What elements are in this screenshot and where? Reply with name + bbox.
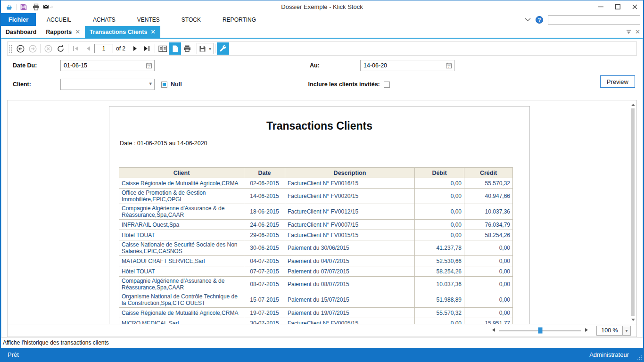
next-page-button[interactable] [129, 42, 141, 55]
date-du-input[interactable] [60, 60, 155, 71]
tab-reporting[interactable]: REPORTING [212, 13, 267, 26]
single-page-view-icon [172, 45, 179, 53]
zoom-in-icon[interactable] [585, 328, 588, 333]
window-title: Dossier Exemple - Klick Stock [1, 3, 643, 10]
zoom-slider[interactable] [499, 330, 581, 331]
calendar-icon[interactable]: 7 [445, 61, 453, 70]
scrollbar-thumb[interactable] [631, 108, 635, 316]
zoom-slider-thumb[interactable] [538, 328, 542, 334]
maximize-icon [615, 4, 620, 9]
print-button[interactable] [31, 2, 41, 12]
tab-fichier[interactable]: Fichier [1, 13, 36, 26]
scroll-down-icon[interactable] [630, 317, 636, 322]
null-label: Null [171, 81, 182, 88]
header-credit: Crédit [464, 168, 513, 178]
description-cell: FactureClient N° FV0007/15 [285, 220, 415, 230]
refresh-button[interactable] [54, 42, 66, 55]
tab-ventes[interactable]: VENTES [126, 13, 171, 26]
save-button[interactable] [18, 2, 29, 12]
checkbox-fill [163, 83, 166, 86]
credit-cell: 10.037,36 [464, 204, 513, 220]
date-cell: 18-06-2015 [244, 204, 285, 220]
zoom-level-value: 100 % [596, 326, 623, 336]
tab-rapports[interactable]: Rapports✕ [41, 26, 85, 38]
preview-vertical-scrollbar[interactable] [630, 101, 636, 323]
toolbar-grip[interactable] [9, 44, 13, 53]
date-cell: 30-07-2015 [244, 318, 285, 325]
date-cell: 30-06-2015 [244, 240, 285, 256]
close-tab-icon[interactable]: ✕ [75, 28, 80, 35]
zoom-level-combo[interactable]: 100 % ▾ [596, 326, 631, 336]
close-icon [632, 4, 637, 9]
tab-achats[interactable]: ACHATS [82, 13, 126, 26]
null-checkbox[interactable] [161, 82, 167, 88]
description-cell: Paiement du 30/06/2015 [285, 240, 415, 256]
export-dropdown-icon[interactable]: ▾ [209, 46, 211, 51]
credit-cell: 0,00 [464, 240, 513, 256]
navigate-forward-button[interactable] [26, 42, 39, 55]
resize-grip-icon[interactable] [637, 355, 642, 360]
first-page-button[interactable] [70, 42, 82, 55]
description-cell: FactureClient N° FV0015/15 [285, 230, 415, 240]
client-combo-input[interactable] [60, 79, 155, 90]
description-cell: Paiement du 04/07/2015 [285, 256, 415, 266]
au-field: 7 [360, 60, 454, 71]
date-cell: 08-07-2015 [244, 277, 285, 292]
previous-page-icon [86, 46, 91, 51]
minimize-button[interactable] [592, 1, 609, 13]
date-cell: 19-07-2015 [244, 308, 285, 318]
header-date: Date [244, 168, 285, 178]
parameters-button[interactable] [217, 42, 229, 55]
au-input[interactable] [360, 60, 454, 71]
divider [40, 44, 41, 53]
ribbon-search-input[interactable] [548, 15, 640, 25]
close-button[interactable] [626, 1, 643, 13]
export-document-button[interactable]: ▾ [197, 43, 214, 54]
table-row: Organisme National de Contrôle Technique… [119, 292, 513, 308]
stop-button[interactable] [42, 42, 54, 55]
multipage-view-button[interactable] [157, 42, 169, 55]
credit-cell: 0,00 [464, 256, 513, 266]
table-row: Caisse Régionale de Mutualité Agricole,C… [119, 178, 513, 189]
divider [155, 44, 155, 53]
tab-transactions-clients[interactable]: Transactions Clients✕ [85, 26, 160, 38]
close-tab-icon[interactable]: ✕ [150, 28, 156, 35]
credit-cell: 0,00 [464, 308, 513, 318]
help-icon[interactable]: ? [536, 16, 543, 24]
filter-row-dates: Date Du: 7 Au: 7 [7, 59, 637, 72]
tab-accueil[interactable]: ACCUEIL [36, 13, 82, 26]
page-number-input[interactable] [94, 44, 113, 53]
close-document-icon[interactable]: ✕ [635, 28, 640, 35]
client-cell: MICRO MEDICAL,Sarl [119, 318, 244, 325]
description-cell: FactureClient N° FV0012/15 [285, 204, 415, 220]
single-page-view-button[interactable] [169, 42, 181, 55]
client-label: Client: [13, 81, 60, 88]
client-cell: INFRARAIL Ouest,Spa [119, 220, 244, 230]
invites-checkbox[interactable] [384, 82, 390, 88]
zoom-dropdown-icon[interactable]: ▾ [623, 326, 631, 336]
minimize-icon [598, 4, 603, 9]
basket-button[interactable] [4, 2, 14, 12]
print-icon [32, 3, 40, 11]
description-cell: FactureClient N° FV0005/15 [285, 318, 415, 325]
preview-button[interactable]: Preview [600, 75, 635, 88]
navigate-back-button[interactable] [14, 42, 26, 55]
toolbar-print-button[interactable] [181, 42, 193, 55]
tab-stock[interactable]: STOCK [171, 13, 212, 26]
zoom-out-icon[interactable] [492, 328, 495, 333]
last-page-button[interactable] [141, 42, 153, 55]
date-cell: 24-06-2015 [244, 220, 285, 230]
previous-page-button[interactable] [82, 42, 94, 55]
mail-button[interactable] [43, 2, 53, 12]
refresh-icon [56, 44, 65, 53]
chevron-down-icon[interactable] [525, 18, 531, 22]
scroll-up-icon[interactable] [630, 102, 636, 107]
description-cell: Paiement du 08/07/2015 [285, 277, 415, 292]
report-date-range: Date : 01-06-2015 au 14-06-2020 [120, 140, 529, 147]
combo-dropdown-icon[interactable]: ▾ [149, 81, 152, 87]
svg-text:7: 7 [448, 65, 450, 68]
pin-tab-icon[interactable] [626, 30, 631, 34]
maximize-button[interactable] [609, 1, 626, 13]
tab-dashboard[interactable]: Dashboard [1, 26, 41, 38]
calendar-icon[interactable]: 7 [145, 61, 153, 70]
